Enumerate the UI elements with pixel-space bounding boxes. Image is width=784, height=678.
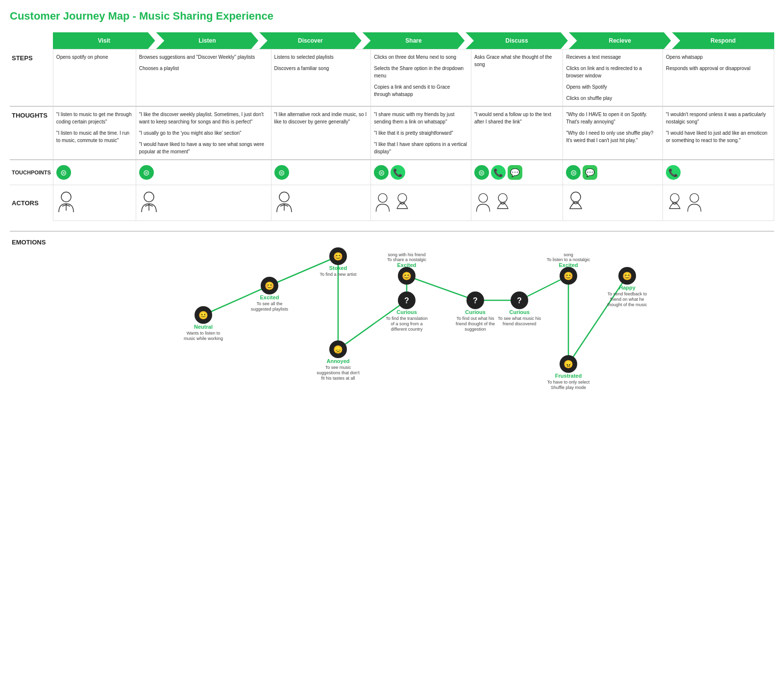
touchpoints-visit: ⊜ [53, 160, 136, 185]
spotify-icon-visit: ⊜ [56, 165, 71, 180]
steps-listen: Browses suggestions and "Discover Weekly… [136, 49, 271, 107]
emotions-section: EMOTIONS 😐 Neutral Wants to listen to mu… [10, 231, 774, 394]
emotion-excited-share-desc2: song with his friend [388, 252, 425, 257]
thought-discover-1: "I like alternative rock and indie music… [274, 111, 368, 125]
emotion-curious-discuss-desc3: suggestion [465, 327, 486, 332]
stage-share: Share [363, 32, 465, 49]
step-respond-2: Responds with approval or disapproval [666, 65, 771, 72]
emotion-excited-listen-face: 😊 [265, 281, 274, 291]
emotion-frustrated-label: Frustrated [555, 373, 582, 379]
thoughts-recieve: "Why do I HAVE to open it on Spotify. Th… [563, 106, 663, 160]
whatsapp-icon-share: 📞 [391, 165, 405, 180]
emotion-curious-discuss-label: Curious [465, 309, 486, 315]
thought-share-2: "I like that it is pretty straightforwar… [374, 129, 468, 137]
page-title: Customer Journey Map - Music Sharing Exp… [10, 10, 774, 23]
step-share-3: Copies a link and sends it to Grace thro… [374, 83, 468, 98]
emotion-curious-share-label: Curious [396, 309, 417, 315]
thought-share-3: "I like that I have share options in a v… [374, 141, 468, 155]
svg-point-15 [498, 194, 507, 202]
emotion-stoked-face: 😊 [333, 252, 343, 261]
actors-listen [136, 185, 271, 221]
svg-point-12 [378, 194, 387, 202]
thought-visit-1: "I listen to music to get me through cod… [56, 111, 133, 125]
spotify-icon-listen: ⊜ [139, 165, 154, 180]
emotion-curious-share-desc1: To find the translation [386, 316, 428, 321]
thoughts-discover: "I like alternative rock and indie music… [271, 106, 371, 160]
svg-point-17 [670, 194, 679, 202]
whatsapp-icon-respond: 📞 [666, 165, 681, 180]
emotion-excited-share-label: Excited [397, 262, 416, 268]
stage-respond: Respond [672, 32, 774, 49]
touchpoints-discover: ⊜ [271, 160, 371, 185]
emotion-annoyed-desc3: fit his tastes at all [321, 376, 355, 381]
emotion-annoyed-label: Annoyed [326, 358, 349, 364]
touchpoints-label: TOUCHPOINTS [10, 160, 53, 185]
actors-recieve [563, 185, 663, 221]
whatsapp-icon-discuss: 📞 [491, 165, 506, 180]
actor-share-male-avatar [374, 192, 392, 214]
emotion-excited-recieve-desc1: To listen to a nostalgic [547, 257, 590, 262]
emotion-neutral-label: Neutral [194, 324, 213, 330]
emotion-happy-desc2: friend on what he [610, 297, 644, 302]
svg-point-16 [571, 192, 581, 202]
emotion-excited-recieve-face: 😊 [564, 271, 573, 281]
svg-point-0 [61, 192, 71, 202]
svg-line-3 [66, 205, 70, 206]
emotions-chart: 😐 Neutral Wants to listen to music while… [49, 237, 774, 393]
emotion-curious-recieve-desc2: friend discovered [503, 321, 537, 326]
touchpoints-respond: 📞 [663, 160, 774, 185]
step-respond-1: Opens whatsapp [666, 53, 771, 61]
emotion-curious-share-desc3: different country [391, 327, 423, 332]
touchpoints-row: TOUCHPOINTS ⊜ ⊜ ⊜ ⊜ 📞 ⊜ 📞 [10, 160, 774, 185]
imessage-icon-discuss: 💬 [508, 165, 522, 180]
actor-listen-avatar [139, 190, 159, 215]
thoughts-listen: "I like the discover weekly playlist. So… [136, 106, 271, 160]
emotion-neutral-desc2: music while working [184, 336, 223, 341]
thought-respond-2: "I would have liked to just add like an … [666, 129, 771, 144]
stage-recieve: Recieve [569, 32, 671, 49]
actors-share [371, 185, 471, 221]
emotion-curious-discuss-desc2: friend thought of the [456, 321, 495, 326]
step-discover-2: Discovers a familiar song [274, 65, 368, 72]
spotify-icon-discover: ⊜ [274, 165, 289, 180]
step-share-2: Selects the Share option in the dropdown… [374, 65, 468, 79]
thought-listen-2: "I usually go to the 'you might also lik… [139, 129, 268, 137]
thoughts-share: "I share music with my friends by just s… [371, 106, 471, 160]
svg-point-14 [479, 194, 488, 202]
emotion-frustrated-face: 😠 [564, 360, 573, 369]
thoughts-discuss: "I would send a follow up to the text af… [471, 106, 563, 160]
actor-share-female-avatar [393, 192, 411, 214]
step-listen-2: Chooses a playlist [139, 65, 268, 72]
touchpoints-recieve: ⊜ 💬 [563, 160, 663, 185]
emotions-label: EMOTIONS [10, 237, 49, 394]
steps-share: Clicks on three dot Menu next to song Se… [371, 49, 471, 107]
emotion-excited-recieve-desc2: song [564, 252, 573, 257]
emotions-content: 😐 Neutral Wants to listen to music while… [49, 237, 774, 394]
stage-visit: Visit [53, 32, 155, 49]
emotion-neutral-face: 😐 [198, 311, 208, 320]
emotion-annoyed-face: 😞 [333, 345, 343, 354]
emotion-frustrated-desc1: To have to only select [547, 380, 590, 385]
emotion-curious-recieve-label: Curious [509, 309, 530, 315]
title-highlight: Music Sharing Experience [139, 10, 273, 22]
stage-listen: Listen [156, 32, 259, 49]
steps-label: STEPS [10, 49, 53, 107]
thought-respond-1: "I wouldn't respond unless it was a part… [666, 111, 771, 125]
actors-visit [53, 185, 136, 221]
emotion-frustrated-desc2: Shuffle play mode [551, 385, 586, 390]
touchpoints-listen: ⊜ [136, 160, 271, 185]
emotion-excited-recieve-label: Excited [559, 262, 578, 268]
emotion-curious-share-desc2: of a song from a [391, 321, 422, 326]
svg-line-10 [280, 205, 284, 206]
thoughts-respond: "I wouldn't respond unless it was a part… [663, 106, 774, 160]
emotion-happy-label: Happy [619, 285, 636, 291]
spotify-icon-discuss: ⊜ [474, 165, 489, 180]
emotion-curious-recieve-desc1: To see what music his [498, 316, 541, 321]
emotion-curious-share-face: ? [404, 296, 409, 305]
actors-discover [271, 185, 371, 221]
steps-discover: Listens to selected playlists Discovers … [271, 49, 371, 107]
step-share-1: Clicks on three dot Menu next to song [374, 53, 468, 61]
step-visit-1: Opens spotify on phone [56, 53, 133, 61]
steps-recieve: Recieves a text message Clicks on link a… [563, 49, 663, 107]
thought-recieve-2: "Why do I need to only use shuffle play?… [566, 129, 660, 144]
